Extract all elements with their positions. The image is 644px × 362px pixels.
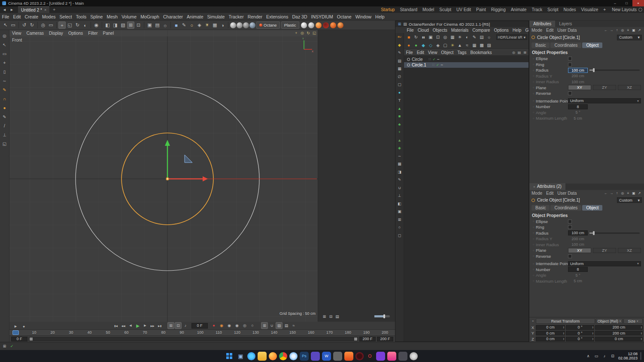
octane-menu-item[interactable]: Compare [471, 28, 492, 33]
animation-dot-icon[interactable]: ○ [531, 249, 536, 252]
preset-dropdown[interactable]: Custom▾ [617, 197, 642, 203]
x-axis-lock-icon[interactable]: ◧ [104, 21, 111, 29]
timeline-magnet-icon[interactable]: ∪ [268, 322, 275, 329]
octane-titlebar[interactable]: ⊞▤ OctaneRender For Cinema 4D 2022.1.1-[… [395, 21, 529, 27]
menu-item[interactable]: Simulate [205, 14, 227, 19]
back-arrow-icon[interactable]: ← [603, 190, 608, 196]
animation-dot-icon[interactable]: ○ [531, 100, 536, 102]
layout-tab[interactable]: Standard [397, 7, 420, 12]
panel-tab[interactable]: Layers [555, 21, 576, 27]
move-tool[interactable]: + [58, 21, 66, 29]
layout-tab[interactable]: Paint [474, 7, 489, 12]
record-pla-icon[interactable]: ○ [249, 322, 256, 329]
strip-cone-icon[interactable]: ▲ [397, 106, 403, 112]
taskbar-app-icon[interactable] [311, 352, 320, 361]
animation-dot-icon[interactable]: ○ [531, 81, 536, 83]
octane-scatter-icon[interactable]: ≈ [464, 42, 471, 48]
layout-tab[interactable]: Animate [508, 7, 529, 12]
octane-restart-icon[interactable]: ↻ [413, 34, 419, 41]
add-primitive-button[interactable]: ■ [173, 21, 180, 29]
last-used-tool[interactable]: ◐ [82, 21, 89, 29]
taskbar-photoshop-icon[interactable]: Ps [300, 352, 309, 361]
zoom-tool-icon[interactable]: ◎ [1, 32, 8, 39]
mode-menu-item[interactable]: Mode [532, 28, 542, 33]
snap-icon[interactable]: ⊡ [135, 21, 142, 29]
record-keyframe-button[interactable]: ⊞ [167, 322, 174, 329]
menu-item[interactable]: Tracker [227, 14, 246, 19]
reverse-checkbox[interactable] [568, 254, 572, 258]
strip-camera-icon[interactable]: ▦ [397, 161, 403, 167]
panel-menu-icon[interactable]: ≡ [531, 320, 535, 323]
octane-logo-icon[interactable] [323, 22, 329, 28]
range-start-input[interactable]: 0 F [11, 337, 27, 341]
strip-half-icon[interactable]: ◧ [397, 201, 403, 207]
live-selection-tool[interactable]: ◎ [39, 21, 47, 29]
current-frame-input[interactable]: 0 F [191, 323, 208, 329]
rotate-view-icon[interactable]: ↻ [305, 30, 311, 36]
frame-select-icon[interactable]: ▭ [1, 50, 8, 57]
taskbar-clock[interactable]: 12:08 02.08.2023 [618, 352, 638, 360]
mode-menu-item[interactable]: User Data [557, 28, 577, 33]
octane-diffuse-material-icon[interactable]: ● [405, 42, 412, 48]
strip-cube-icon[interactable]: ■ [397, 113, 403, 119]
record-scale-icon[interactable]: ◉ [226, 322, 233, 329]
rotation-z-input[interactable]: 0 °▴▾ [566, 337, 594, 341]
goto-start-button[interactable]: ▮◀ [112, 322, 119, 329]
object-manager-menu-item[interactable]: View [426, 50, 439, 55]
y-axis-lock-icon[interactable]: ◨ [112, 21, 119, 29]
viewport-menu-item[interactable]: Options [66, 31, 85, 36]
enabled-check-icon[interactable]: ✓ [433, 57, 436, 61]
close-button[interactable]: × [632, 0, 644, 6]
octane-metal-icon[interactable]: ◇ [427, 42, 434, 48]
radius-input[interactable]: 100 cm [568, 230, 588, 235]
animation-dot-icon[interactable]: ○ [531, 243, 536, 246]
tab-forward-icon[interactable]: ▶ [8, 6, 15, 13]
menu-item[interactable]: Create [23, 14, 40, 19]
layout-tab[interactable]: Model [420, 7, 437, 12]
menu-item[interactable]: File [0, 14, 11, 19]
coordinate-system-toggle[interactable]: ◉ [93, 21, 100, 29]
axis-modify-icon[interactable]: ◱ [1, 140, 8, 147]
viewport-menu-item[interactable]: Panel [100, 31, 117, 36]
new-layouts-label[interactable]: New Layouts [610, 7, 638, 12]
next-frame-button[interactable]: ▶ [142, 322, 149, 329]
strip-magnet-icon[interactable]: ∪ [397, 185, 403, 191]
taskbar-explorer-icon[interactable]: ▣ [236, 352, 245, 361]
goto-end-button[interactable]: ▶▮ [156, 322, 163, 329]
mode-menu-item[interactable]: Edit [546, 28, 553, 33]
position-y-input[interactable]: 0 cm▴▾ [536, 331, 565, 335]
menu-item[interactable]: Edit [11, 14, 23, 19]
reverse-checkbox[interactable] [568, 91, 572, 95]
number-input[interactable]: 8 [568, 267, 588, 272]
strip-pen-icon[interactable]: ✎ [397, 50, 403, 56]
layout-tab[interactable]: Script [545, 7, 561, 12]
octane-portal-icon[interactable]: ▢ [442, 42, 449, 48]
strip-snap-icon[interactable]: ⊞ [397, 217, 403, 223]
menu-item[interactable]: MoGraph [139, 14, 161, 19]
menu-item[interactable]: INSYDIUM [309, 14, 335, 19]
taskbar-app-icon[interactable] [398, 352, 407, 361]
octane-menu-item[interactable]: Cloud [416, 28, 431, 33]
timeline-ramp-icon[interactable]: ▨ [276, 322, 283, 329]
layer-toggle-icon[interactable]: ⊟ [328, 314, 334, 319]
notification-sliver[interactable] [640, 352, 641, 360]
visibility-dots-icon[interactable]: ∷ [429, 57, 431, 61]
strip-display-icon[interactable]: ◨ [397, 169, 403, 175]
plane-xz-button[interactable]: XZ [618, 248, 641, 253]
octane-camera-icon[interactable]: ▦ [449, 34, 456, 41]
selection-frame-icon[interactable]: ▭ [9, 21, 17, 29]
menu-item[interactable]: Select [58, 14, 74, 19]
pen-tool-button[interactable]: ✎ [180, 21, 188, 29]
intermediate-points-dropdown[interactable]: Uniform▾ [568, 261, 641, 266]
lock-icon[interactable]: ▣ [631, 190, 636, 196]
plastic-button[interactable]: Plastic [281, 21, 299, 29]
strip-square-icon[interactable]: ◻ [397, 232, 403, 238]
octane-lock-icon[interactable]: ▣ [427, 34, 434, 41]
octane-shade-icon[interactable]: ▩ [478, 42, 485, 48]
tray-network-icon[interactable]: ⊡ [610, 353, 616, 359]
strip-landscape-icon[interactable]: ▲ [397, 137, 403, 143]
pan-view-icon[interactable]: + [293, 30, 299, 36]
strip-figure-icon[interactable]: + [397, 129, 403, 135]
measure-tool-icon[interactable]: ⊥ [1, 131, 8, 138]
animation-dot-icon[interactable]: ○ [531, 69, 536, 72]
